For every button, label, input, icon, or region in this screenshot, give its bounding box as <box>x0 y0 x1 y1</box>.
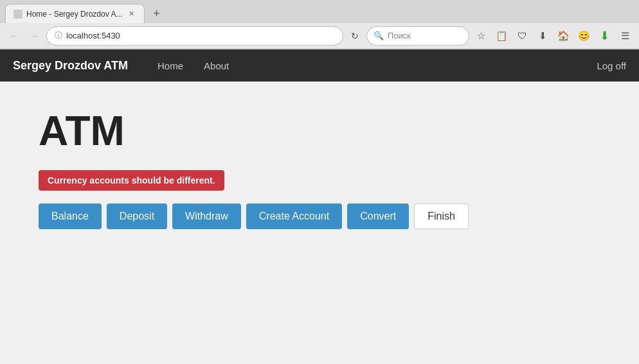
logoff-button[interactable]: Log off <box>597 60 626 71</box>
browser-toolbar: ← → ⓘ localhost:5430 ↻ 🔍 Поиск ☆ 📋 🛡 ⬇ 🏠… <box>0 23 639 49</box>
deposit-button[interactable]: Deposit <box>107 204 167 229</box>
create-account-button[interactable]: Create Account <box>246 204 342 229</box>
search-bar[interactable]: 🔍 Поиск <box>366 26 469 46</box>
nav-home[interactable]: Home <box>147 49 194 82</box>
address-text: localhost:5430 <box>66 31 120 40</box>
extensions-icon[interactable]: ⬇ <box>595 27 613 45</box>
address-bar[interactable]: ⓘ localhost:5430 <box>46 26 343 46</box>
error-alert: Currency accounts should be different. <box>39 170 224 191</box>
bookmark-star-icon[interactable]: ☆ <box>472 27 490 45</box>
account-icon[interactable]: 😊 <box>575 27 593 45</box>
toolbar-icons: ☆ 📋 🛡 ⬇ 🏠 😊 ⬇ ☰ <box>472 27 634 45</box>
shield-icon[interactable]: 🛡 <box>513 27 531 45</box>
refresh-button[interactable]: ↻ <box>346 27 364 45</box>
info-icon: ⓘ <box>55 30 62 41</box>
tab-title: Home - Sergey Drozdov A... <box>26 10 122 19</box>
active-tab[interactable]: Home - Sergey Drozdov A... ✕ <box>5 4 145 23</box>
reader-icon[interactable]: 📋 <box>492 27 510 45</box>
download-icon[interactable]: ⬇ <box>534 27 552 45</box>
withdraw-button[interactable]: Withdraw <box>172 204 241 229</box>
nav-about[interactable]: About <box>194 49 239 82</box>
app-navbar: Sergey Drozdov ATM Home About Log off <box>0 49 639 82</box>
tab-favicon <box>14 10 22 19</box>
home-icon[interactable]: 🏠 <box>554 27 572 45</box>
browser-chrome: Home - Sergey Drozdov A... ✕ + ← → ⓘ loc… <box>0 0 639 49</box>
app-brand: Sergey Drozdov ATM <box>13 59 128 73</box>
forward-button[interactable]: → <box>26 27 44 45</box>
finish-button[interactable]: Finish <box>414 204 469 229</box>
tab-close-button[interactable]: ✕ <box>126 9 136 19</box>
convert-button[interactable]: Convert <box>347 204 409 229</box>
menu-icon[interactable]: ☰ <box>616 27 634 45</box>
search-placeholder: Поиск <box>388 31 411 40</box>
back-button[interactable]: ← <box>5 27 23 45</box>
tab-bar: Home - Sergey Drozdov A... ✕ + <box>0 0 639 23</box>
action-buttons: Balance Deposit Withdraw Create Account … <box>39 204 600 229</box>
new-tab-button[interactable]: + <box>147 4 165 22</box>
main-content: ATM Currency accounts should be differen… <box>0 82 639 319</box>
balance-button[interactable]: Balance <box>39 204 102 229</box>
page-title: ATM <box>39 107 600 155</box>
search-icon: 🔍 <box>374 31 384 40</box>
